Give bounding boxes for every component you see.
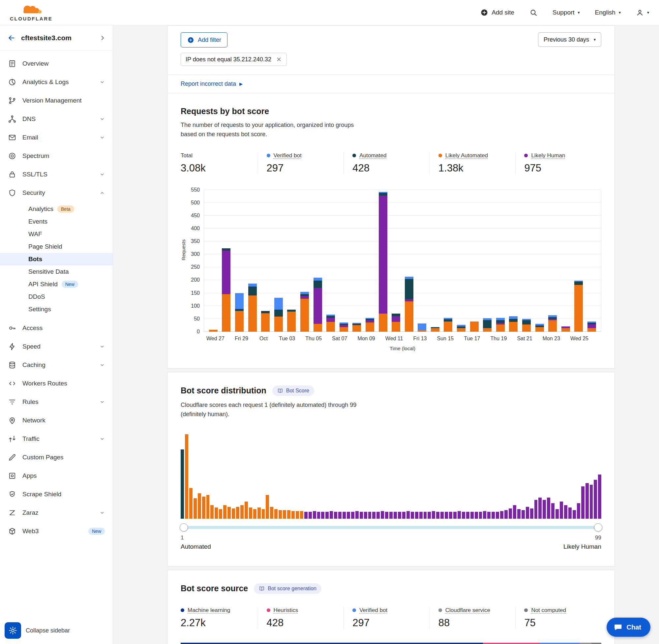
stat-label[interactable]: Likely Human xyxy=(531,152,565,159)
collapse-sidebar-button[interactable]: Collapse sidebar xyxy=(26,627,70,634)
sidebar-item-network[interactable]: Network xyxy=(0,411,113,430)
bar-segment-automated xyxy=(574,282,583,284)
distribution-bar xyxy=(338,512,342,519)
sidebar-item-custom-pages[interactable]: Custom Pages xyxy=(0,448,113,466)
requests-bar xyxy=(287,190,296,332)
sidebar-item-email[interactable]: Email xyxy=(0,128,113,147)
sidebar-subitem-label: Page Shield xyxy=(28,243,62,250)
sidebar-item-bots[interactable]: Bots xyxy=(0,253,113,266)
sidebar-item-version-management[interactable]: Version Management xyxy=(0,91,113,110)
sidebar-item-waf[interactable]: WAF xyxy=(0,228,113,240)
date-range-select[interactable]: Previous 30 days ▾ xyxy=(538,32,601,47)
site-name[interactable]: cftestsite3.com xyxy=(21,34,94,42)
legend-dot xyxy=(524,154,528,157)
network-icon xyxy=(8,416,17,425)
remove-filter-button[interactable] xyxy=(276,56,282,62)
distribution-bar xyxy=(270,507,273,519)
support-menu[interactable]: Support ▾ xyxy=(552,9,580,16)
bar-segment-verified-bot xyxy=(313,278,322,281)
sidebar-item-events[interactable]: Events xyxy=(0,215,113,228)
source-segment-cloudflare-service xyxy=(580,643,591,644)
back-button[interactable] xyxy=(7,33,16,42)
sidebar-item-traffic[interactable]: Traffic xyxy=(0,430,113,448)
sidebar-item-access[interactable]: Access xyxy=(0,319,113,337)
bar-segment-likely-automated xyxy=(535,327,544,332)
stat-label[interactable]: Verified bot xyxy=(359,607,387,614)
x-tick-label xyxy=(588,336,599,342)
filter-chip[interactable]: IP does not equal 35.212.240.32 xyxy=(181,53,287,66)
slider-track[interactable] xyxy=(181,526,601,529)
distribution-bar xyxy=(504,510,508,519)
requests-bar xyxy=(470,190,479,332)
bar-segment-automated xyxy=(522,320,531,324)
bot-score-badge[interactable]: Bot Score xyxy=(272,386,314,396)
sidebar-item-sensitive-data[interactable]: Sensitive Data xyxy=(0,266,113,278)
bar-segment-verified-bot xyxy=(274,298,283,309)
stat-label[interactable]: Automated xyxy=(359,152,386,159)
sidebar-item-ddos[interactable]: DDoS xyxy=(0,291,113,303)
bot-score-generation-badge[interactable]: Bot score generation xyxy=(254,583,322,594)
sidebar-item-dns[interactable]: DNS xyxy=(0,110,113,128)
sidebar-item-security[interactable]: Security xyxy=(0,184,113,202)
chevron-down-icon xyxy=(99,79,105,85)
bar-segment-likely-automated xyxy=(261,313,270,332)
stat-label[interactable]: Heuristics xyxy=(274,607,298,614)
sidebar-item-overview[interactable]: Overview xyxy=(0,54,113,73)
stat-label[interactable]: Cloudflare service xyxy=(445,607,490,614)
language-menu[interactable]: English ▾ xyxy=(595,9,621,16)
requests-bar xyxy=(444,190,452,332)
distribution-bar xyxy=(509,508,512,519)
distribution-bar xyxy=(343,512,346,519)
sidebar-item-analytics-logs[interactable]: Analytics & Logs xyxy=(0,73,113,91)
distribution-bar xyxy=(189,488,192,519)
sidebar-item-workers-routes[interactable]: Workers Routes xyxy=(0,374,113,393)
sidebar-item-rules[interactable]: Rules xyxy=(0,393,113,411)
bar-slot xyxy=(402,190,416,332)
report-incorrect-data-link[interactable]: Report incorrect data ▶ xyxy=(181,80,243,87)
slider-handle-min[interactable] xyxy=(180,523,188,532)
slider-handle-max[interactable] xyxy=(594,523,602,532)
distribution-bar xyxy=(586,483,589,519)
search-button[interactable] xyxy=(529,8,537,17)
sidebar-item-web3[interactable]: Web3New xyxy=(0,522,113,540)
sidebar-item-page-shield[interactable]: Page Shield xyxy=(0,240,113,253)
distribution-bar xyxy=(215,507,218,519)
sidebar-item-settings[interactable]: Settings xyxy=(0,303,113,316)
requests-bar xyxy=(535,190,544,332)
sidebar-item-scrape-shield[interactable]: Scrape Shield xyxy=(0,485,113,504)
add-filter-button[interactable]: Add filter xyxy=(181,32,228,47)
sidebar-item-analytics[interactable]: AnalyticsBeta xyxy=(0,203,113,215)
chat-button[interactable]: Chat xyxy=(607,618,651,637)
x-tick-label xyxy=(295,336,305,342)
cloudflare-logo[interactable]: CLOUDFLARE xyxy=(10,4,52,21)
language-label: English xyxy=(595,9,615,16)
x-tick-label xyxy=(480,336,490,342)
sidebar-item-speed[interactable]: Speed xyxy=(0,337,113,356)
sidebar-item-ssl-tls[interactable]: SSL/TLS xyxy=(0,165,113,184)
sidebar-item-apps[interactable]: Apps xyxy=(0,466,113,485)
stat-label[interactable]: Verified bot xyxy=(274,152,302,159)
new-badge: New xyxy=(88,528,105,535)
sidebar-item-spectrum[interactable]: Spectrum xyxy=(0,147,113,165)
stat-value: 3.08k xyxy=(181,162,258,174)
y-tick-label: 150 xyxy=(191,290,200,296)
bar-segment-likely-human xyxy=(392,316,400,322)
sidebar-item-zaraz[interactable]: Zaraz xyxy=(0,504,113,522)
stat-label[interactable]: Not computed xyxy=(531,607,566,614)
stat-label[interactable]: Likely Automated xyxy=(445,152,488,159)
distribution-bar xyxy=(560,502,563,519)
requests-bar xyxy=(561,190,570,332)
requests-bar xyxy=(261,190,270,332)
sidebar-item-caching[interactable]: Caching xyxy=(0,356,113,374)
distribution-bar xyxy=(594,480,597,519)
arrow-right-icon: ▶ xyxy=(239,82,243,86)
sidebar-item-api-shield[interactable]: API ShieldNew xyxy=(0,278,113,291)
preferences-gear-button[interactable] xyxy=(5,622,21,639)
requests-stats: Total3.08kVerified bot297Automated428Lik… xyxy=(181,152,601,174)
account-menu[interactable]: ▾ xyxy=(636,8,649,17)
distribution-bar xyxy=(441,512,444,519)
add-site-button[interactable]: Add site xyxy=(480,8,514,17)
stat-likely-human: Likely Human975 xyxy=(515,152,601,174)
site-switcher-button[interactable] xyxy=(99,35,105,41)
stat-label[interactable]: Machine learning xyxy=(188,607,230,614)
